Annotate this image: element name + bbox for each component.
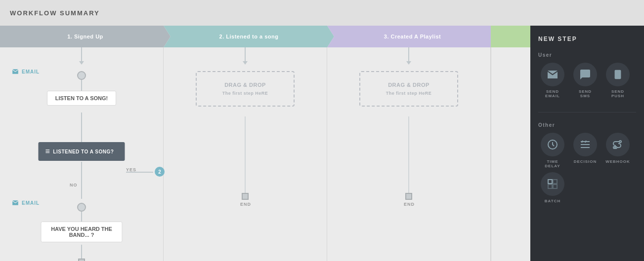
webhook-label: WEBHOOK bbox=[605, 159, 630, 164]
yes-line bbox=[126, 172, 153, 173]
send-email-label: SENDEMAIL bbox=[545, 89, 560, 98]
end-node-2 bbox=[242, 193, 249, 200]
page-title: WORKFLOW SUMMARY bbox=[10, 9, 100, 17]
panel-divider bbox=[538, 112, 636, 112]
tool-webhook[interactable]: WEBHOOK bbox=[603, 133, 632, 168]
svg-rect-13 bbox=[548, 185, 552, 188]
svg-line-6 bbox=[582, 141, 583, 143]
right-panel: NEW STEP User SENDEMAIL SENDSMS bbox=[530, 26, 644, 261]
decision-label: DECISION bbox=[574, 159, 597, 164]
email-icon-2 bbox=[12, 199, 19, 206]
tool-send-email[interactable]: SENDEMAIL bbox=[538, 63, 567, 98]
stage-header-4 bbox=[491, 26, 530, 47]
no-label: NO bbox=[70, 183, 78, 187]
canvas-columns: EMAIL LISTEN TO A SONG! ≡ LISTENED TO A … bbox=[0, 47, 530, 261]
webhook-icon bbox=[612, 139, 624, 150]
canvas-col-4 bbox=[491, 47, 530, 261]
send-sms-icon-wrap bbox=[573, 63, 597, 86]
tool-batch[interactable]: BATCH bbox=[538, 172, 567, 203]
time-delay-icon-wrap bbox=[541, 133, 564, 156]
send-email-icon-wrap bbox=[541, 63, 564, 86]
svg-point-9 bbox=[619, 141, 621, 143]
webhook-icon-wrap bbox=[606, 133, 630, 156]
time-delay-icon bbox=[547, 139, 558, 150]
svg-rect-14 bbox=[553, 185, 557, 188]
svg-rect-12 bbox=[553, 180, 557, 184]
batch-icon bbox=[547, 178, 558, 190]
tool-decision[interactable]: DECISION bbox=[571, 133, 600, 168]
drop-zone-2[interactable]: DRAG & DROP The first step HeRE bbox=[359, 71, 458, 107]
end-node-1 bbox=[78, 259, 85, 261]
canvas-col-2: DRAG & DROP The first step HeRE END bbox=[164, 47, 327, 261]
decision-node[interactable]: ≡ LISTENED TO A SONG? bbox=[39, 142, 125, 161]
svg-line-7 bbox=[585, 141, 586, 143]
circle-node-1 bbox=[77, 71, 86, 80]
send-push-label: SENDPUSH bbox=[611, 89, 624, 98]
email-label-2: EMAIL bbox=[12, 199, 40, 206]
stage-header-1: 1. Signed Up bbox=[0, 26, 171, 47]
workflow-canvas: 1. Signed Up 2. Listened to a song 3. Cr… bbox=[0, 26, 530, 261]
svg-rect-11 bbox=[548, 180, 552, 184]
circle-node-2 bbox=[77, 203, 86, 212]
time-delay-label: TIMEDELAY bbox=[545, 159, 560, 168]
stage-header-2: 2. Listened to a song bbox=[164, 26, 334, 47]
send-sms-label: SENDSMS bbox=[579, 89, 592, 98]
batch-tools-grid: BATCH bbox=[538, 172, 636, 203]
end-label-2: END bbox=[240, 202, 251, 207]
user-section-label: User bbox=[538, 52, 636, 58]
tool-time-delay[interactable]: TIMEDELAY bbox=[538, 133, 567, 168]
action-node-2[interactable]: HAVE YOU HEARD THE BAND... ? bbox=[41, 222, 123, 242]
decision-icon-wrap bbox=[573, 133, 597, 156]
batch-icon-wrap bbox=[541, 172, 564, 196]
other-section-label: Other bbox=[538, 122, 636, 128]
drop-zone-1[interactable]: DRAG & DROP The first step HeRE bbox=[196, 71, 295, 107]
tool-send-sms[interactable]: SENDSMS bbox=[571, 63, 600, 98]
end-node-3 bbox=[405, 193, 412, 200]
email-label-1: EMAIL bbox=[12, 68, 40, 75]
decision-icon bbox=[579, 139, 591, 150]
send-sms-icon bbox=[579, 69, 591, 80]
canvas-col-3: DRAG & DROP The first step HeRE END bbox=[327, 47, 491, 261]
tool-send-push[interactable]: SENDPUSH bbox=[603, 63, 632, 98]
svg-rect-0 bbox=[615, 70, 621, 79]
send-push-icon bbox=[612, 69, 623, 80]
batch-label: BATCH bbox=[545, 199, 560, 203]
user-tools-grid: SENDEMAIL SENDSMS SENDPUSH bbox=[538, 63, 636, 98]
other-tools-grid: TIMEDELAY DECISION bbox=[538, 133, 636, 168]
stage-badge: 2 bbox=[155, 167, 165, 177]
email-icon-1 bbox=[12, 68, 19, 75]
send-email-icon bbox=[547, 69, 558, 80]
stages-header: 1. Signed Up 2. Listened to a song 3. Cr… bbox=[0, 26, 530, 47]
stage-header-3: 3. Created A Playlist bbox=[327, 26, 498, 47]
panel-title: NEW STEP bbox=[538, 36, 636, 42]
action-node-1[interactable]: LISTEN TO A SONG! bbox=[47, 91, 116, 106]
send-push-icon-wrap bbox=[606, 63, 630, 86]
end-label-3: END bbox=[404, 202, 415, 207]
canvas-col-1: EMAIL LISTEN TO A SONG! ≡ LISTENED TO A … bbox=[0, 47, 164, 261]
